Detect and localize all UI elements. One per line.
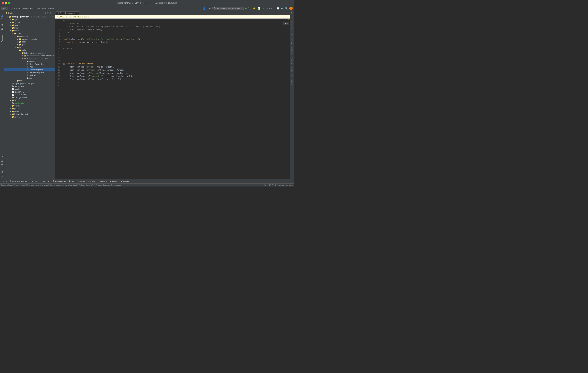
tree-item-images[interactable]: ▶ 📁 images [4, 110, 55, 113]
bottom-tab-services[interactable]: ◈ Services [119, 180, 130, 183]
sidebar-bookmarks-label[interactable]: Bookmarks [1, 155, 3, 166]
tree-item-rest[interactable]: ▶ 📁 rest [4, 77, 55, 79]
tree-item-src-root[interactable]: ▶ 📁 src [4, 99, 55, 102]
tree-item-build-client[interactable]: ▼ 📁 build [4, 32, 55, 35]
minimize-button[interactable] [5, 2, 7, 4]
coverage-button[interactable]: 📊 [257, 7, 261, 10]
stop-button[interactable]: ◼ [262, 7, 265, 10]
lang-badge[interactable]: kotlin [1, 7, 8, 10]
breadcrumb-ru[interactable]: ru [10, 7, 11, 9]
tree-item-serversresponse[interactable]: K ServersResponse [4, 71, 55, 74]
tree-item-github[interactable]: ▶ 📁 .github [4, 18, 55, 21]
debug-button[interactable]: 🐛 [248, 7, 251, 10]
tree-item-gradlew[interactable]: 📄 gradlew [4, 88, 55, 90]
right-tab-notifications[interactable]: Notifications [291, 66, 293, 78]
fold-gutter-1[interactable] [63, 20, 65, 22]
breadcrumb-models[interactable]: models [35, 7, 40, 9]
avatar[interactable] [289, 7, 293, 10]
close-button[interactable] [2, 2, 4, 4]
tab-settings-icon[interactable]: ⚙ [290, 12, 293, 14]
breadcrumb-client[interactable]: client [29, 7, 33, 9]
tree-item-build-root[interactable]: ▶ 📁 build [4, 27, 55, 29]
profile-button[interactable]: ⚡ [252, 7, 256, 10]
tree-item-openapi[interactable]: ▼ 📁 openapi [4, 116, 55, 118]
close-popup-btn[interactable]: ✕ [287, 23, 288, 24]
breadcrumb-romanow[interactable]: romanow [13, 7, 20, 9]
bottom-tab-endpoints[interactable]: ⬡ Endpoints [28, 180, 41, 183]
right-tab-database[interactable]: Database [291, 45, 293, 56]
git-history-icon[interactable]: 🕐 [276, 7, 280, 10]
tree-item-main[interactable]: ▼ 📁 main [4, 49, 55, 52]
tree-item-kotlin-main[interactable]: ▼ 📁 kotlin [main] sources root [4, 52, 55, 55]
code-content[interactable]: /** * Please note: * This class is auto … [62, 19, 288, 179]
tree-item-openapi-generator[interactable]: ▶ 📁 .openapi-generator [4, 38, 55, 41]
bottom-tab-dependencies[interactable]: 📦 Dependencies [51, 180, 67, 183]
tree-item-org[interactable]: ▶ 📦 org.openapitools.client.infrastructu… [4, 55, 55, 57]
tree-item-generated[interactable]: ▼ 📁 generated [4, 35, 55, 38]
right-tab-gradle[interactable]: Gradle [291, 78, 293, 87]
tree-item-deploy[interactable]: ▶ 📁 deploy [4, 104, 55, 107]
sidebar-project-label[interactable]: Project [1, 13, 3, 21]
tree-item-serverresponse[interactable]: K ServerResponse [4, 68, 55, 71]
locate-icon[interactable]: ⊕ [47, 12, 49, 14]
tree-item-gradlew-bat[interactable]: 📄 gradlew.bat [4, 90, 55, 93]
bottom-tab-database-changes[interactable]: 🗄 Database Changes [9, 180, 28, 183]
right-tab-sciview[interactable]: SciView [291, 56, 293, 65]
bottom-tab-terminal[interactable]: ▶ Terminal [108, 180, 119, 183]
settings-icon[interactable]: ⚙ [49, 12, 51, 14]
sidebar-structure-label[interactable]: Structure [1, 168, 3, 178]
tree-item-idea[interactable]: ▶ 📁 .idea [4, 24, 55, 27]
tree-item-test[interactable]: ▶ 📁 test [4, 79, 55, 82]
tree-item-models[interactable]: ▼ 📁 models [4, 60, 55, 63]
bottom-tab-profiler[interactable]: ◎ Profiler [41, 180, 51, 183]
collapse-all-icon[interactable]: ⊟ [45, 12, 46, 14]
bottom-tab-git[interactable]: ⎇ Git [1, 180, 9, 183]
status-vcs[interactable]: ⎇ master [286, 184, 293, 186]
status-indent[interactable]: 4 spaces [278, 184, 284, 186]
tree-item-gradle[interactable]: ▶ 📁 gradle [4, 107, 55, 110]
tree-item-ru[interactable]: ▼ 📦 ru.romanow.openapi.client [4, 57, 55, 60]
close-panel-icon[interactable]: — [52, 12, 54, 14]
build-config[interactable]: 🔧 openapi-generation [clean build] ▾ [212, 7, 244, 10]
person-icon[interactable]: 👤▾ [202, 7, 207, 10]
fold-gutter-15[interactable] [63, 63, 65, 65]
breadcrumb-openapi[interactable]: openapi [21, 7, 28, 9]
tree-item-docs[interactable]: ▶ 📁 docs [4, 41, 55, 43]
bottom-tab-todo[interactable]: ☑ TODO [86, 180, 96, 183]
tree-item-createserver[interactable]: K CreateServerRequest [4, 63, 55, 66]
tree-item-client[interactable]: ▼ 📁 client [4, 29, 55, 32]
status-encoding[interactable]: LF UTF-8 [269, 184, 276, 186]
back-icon[interactable]: ← [208, 7, 211, 10]
chevron-icon[interactable]: ▾ [15, 12, 15, 14]
tab-close-button[interactable]: × [76, 12, 77, 14]
sidebar-pullrequests-label[interactable]: Pull Requests [1, 34, 3, 47]
breadcrumb-serverresponse[interactable]: ServerResponse [42, 7, 54, 9]
tree-item-stateinfo[interactable]: K StateInfo [4, 74, 55, 77]
tab-serverresponse[interactable]: K ServerResponse.kt × [56, 11, 79, 15]
right-tab-web-inspector[interactable]: Web Inspector [291, 31, 293, 45]
warning-banner: ⚠ .i* You are editing a file which is ig… [55, 15, 290, 19]
traffic-lights[interactable] [2, 2, 10, 4]
tree-item-src[interactable]: ▼ 📁 src [4, 46, 55, 49]
right-tab-key-promoter[interactable]: Key Promoter X [291, 16, 293, 31]
run-button[interactable]: ▶ [245, 7, 247, 10]
tree-item-build-gradle-root[interactable]: 🐘 build.gradle [4, 102, 55, 104]
sidebar-commit-label[interactable]: Commit [1, 23, 3, 31]
tree-item-settings-gradle[interactable]: 🐘 settings.gradle [4, 96, 55, 99]
status-line-col[interactable]: 8:41 [264, 184, 267, 186]
bottom-tab-python[interactable]: 🐍 Python Packages [68, 180, 86, 183]
tree-item-build-gradle[interactable]: 🐘 build.gradle [4, 85, 55, 88]
tree-item-purpose[interactable]: K Purpose [4, 66, 55, 68]
search-button[interactable]: 🔍 [284, 7, 288, 10]
tree-item-gradle-gen[interactable]: ▶ 📁 gradle [4, 43, 55, 46]
tree-item-oag-ignore[interactable]: ⚙ .openapi-generator-ignore [4, 82, 55, 85]
git-push-icon[interactable]: ↑ [273, 7, 275, 10]
bottom-tab-problems[interactable]: ⚠ Problems [96, 180, 108, 183]
fold-gutter-10[interactable] [63, 48, 65, 49]
tree-item-integration-test[interactable]: ▶ 📁 integration-test [4, 113, 55, 116]
tree-item-gradle-root[interactable]: ▶ 📁 .gradle [4, 21, 55, 24]
maximize-button[interactable] [8, 2, 10, 4]
tree-item-root[interactable]: ▼ 📁 openapi-generation ~/Develop/Java/op… [4, 15, 55, 18]
git-undo-icon[interactable]: ↩ [281, 7, 284, 10]
tree-item-readme[interactable]: 📝 README.md [4, 93, 55, 96]
